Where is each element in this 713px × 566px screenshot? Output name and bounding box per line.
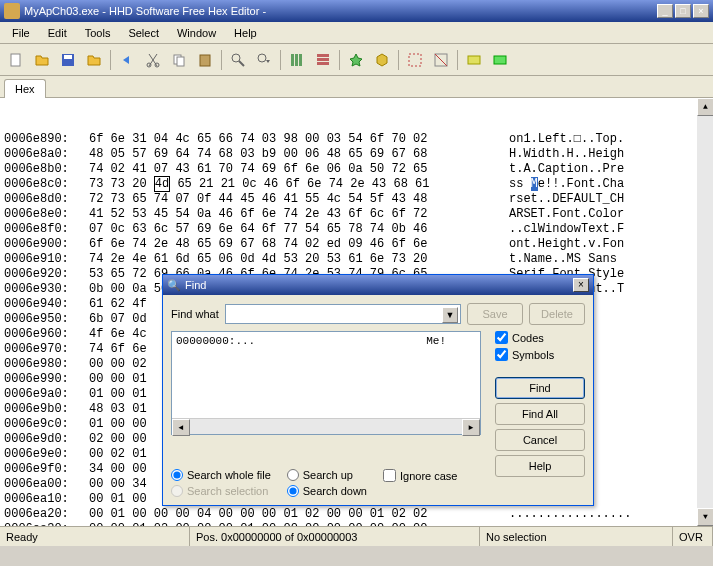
menu-edit[interactable]: Edit	[40, 24, 75, 42]
ignore-case-checkbox[interactable]: Ignore case	[383, 469, 457, 482]
list-text: Me!	[426, 335, 446, 347]
titlebar: MyApCh03.exe - HHD Software Free Hex Edi…	[0, 0, 713, 22]
status-ready: Ready	[0, 527, 190, 546]
search-whole-radio[interactable]: Search whole file	[171, 469, 271, 481]
svg-rect-15	[317, 58, 329, 61]
status-position: Pos. 0x00000000 of 0x00000003	[190, 527, 480, 546]
find-what-combo[interactable]	[225, 304, 461, 324]
cancel-button[interactable]: Cancel	[495, 429, 585, 451]
find-icon: 🔍	[167, 279, 181, 292]
svg-rect-7	[200, 55, 210, 66]
svg-line-9	[239, 61, 244, 66]
menu-window[interactable]: Window	[169, 24, 224, 42]
svg-rect-6	[177, 57, 184, 66]
find-what-label: Find what	[171, 308, 219, 320]
app-icon	[4, 3, 20, 19]
find-icon[interactable]	[226, 48, 250, 72]
paste-icon[interactable]	[193, 48, 217, 72]
open-icon[interactable]	[30, 48, 54, 72]
svg-rect-16	[317, 62, 329, 65]
svg-point-8	[232, 54, 240, 62]
maximize-button[interactable]: □	[675, 4, 691, 18]
search-up-radio[interactable]: Search up	[287, 469, 367, 481]
bookmark-icon[interactable]	[344, 48, 368, 72]
symbols-checkbox[interactable]: Symbols	[495, 348, 585, 361]
search-down-radio[interactable]: Search down	[287, 485, 367, 497]
list-address: 00000000:...	[176, 335, 255, 347]
statusbar: Ready Pos. 0x00000000 of 0x00000003 No s…	[0, 526, 713, 546]
tool2-icon[interactable]	[488, 48, 512, 72]
menu-help[interactable]: Help	[226, 24, 265, 42]
close-button[interactable]: ×	[693, 4, 709, 18]
tabbar: Hex	[0, 76, 713, 98]
tab-hex[interactable]: Hex	[4, 79, 46, 99]
status-selection: No selection	[480, 527, 673, 546]
find-titlebar[interactable]: 🔍 Find ×	[163, 275, 593, 295]
find-listbox[interactable]: 00000000:... Me!	[171, 331, 481, 435]
svg-rect-2	[64, 55, 72, 59]
deselect-icon[interactable]	[429, 48, 453, 72]
help-button[interactable]: Help	[495, 455, 585, 477]
vertical-scrollbar[interactable]	[697, 98, 713, 526]
hex-icon[interactable]	[370, 48, 394, 72]
find-button[interactable]: Find	[495, 377, 585, 399]
codes-checkbox[interactable]: Codes	[495, 331, 585, 344]
list-scrollbar[interactable]	[172, 418, 480, 434]
svg-rect-20	[468, 56, 480, 64]
menubar: File Edit Tools Select Window Help	[0, 22, 713, 44]
svg-rect-14	[317, 54, 329, 57]
cut-icon[interactable]	[141, 48, 165, 72]
copy-icon[interactable]	[167, 48, 191, 72]
rows-icon[interactable]	[311, 48, 335, 72]
toolbar	[0, 44, 713, 76]
columns-icon[interactable]	[285, 48, 309, 72]
svg-rect-11	[291, 54, 294, 66]
menu-tools[interactable]: Tools	[77, 24, 119, 42]
window-title: MyApCh03.exe - HHD Software Free Hex Edi…	[24, 5, 655, 17]
tool1-icon[interactable]	[462, 48, 486, 72]
minimize-button[interactable]: _	[657, 4, 673, 18]
svg-rect-13	[299, 54, 302, 66]
svg-point-3	[147, 63, 151, 67]
find-close-button[interactable]: ×	[573, 278, 589, 292]
find-dialog: 🔍 Find × Find what Save Delete 00000000:…	[162, 274, 594, 506]
svg-rect-21	[494, 56, 506, 64]
find-title: Find	[185, 279, 573, 291]
svg-point-10	[258, 54, 266, 62]
svg-line-19	[435, 54, 447, 66]
save-button[interactable]: Save	[467, 303, 523, 325]
search-selection-radio[interactable]: Search selection	[171, 485, 271, 497]
svg-point-4	[155, 63, 159, 67]
undo-icon[interactable]	[115, 48, 139, 72]
svg-rect-0	[11, 54, 20, 66]
new-icon[interactable]	[4, 48, 28, 72]
select-icon[interactable]	[403, 48, 427, 72]
status-mode: OVR	[673, 527, 713, 546]
folder-icon[interactable]	[82, 48, 106, 72]
menu-file[interactable]: File	[4, 24, 38, 42]
save-icon[interactable]	[56, 48, 80, 72]
findnext-icon[interactable]	[252, 48, 276, 72]
svg-rect-12	[295, 54, 298, 66]
delete-button[interactable]: Delete	[529, 303, 585, 325]
menu-select[interactable]: Select	[120, 24, 167, 42]
find-all-button[interactable]: Find All	[495, 403, 585, 425]
svg-rect-17	[409, 54, 421, 66]
